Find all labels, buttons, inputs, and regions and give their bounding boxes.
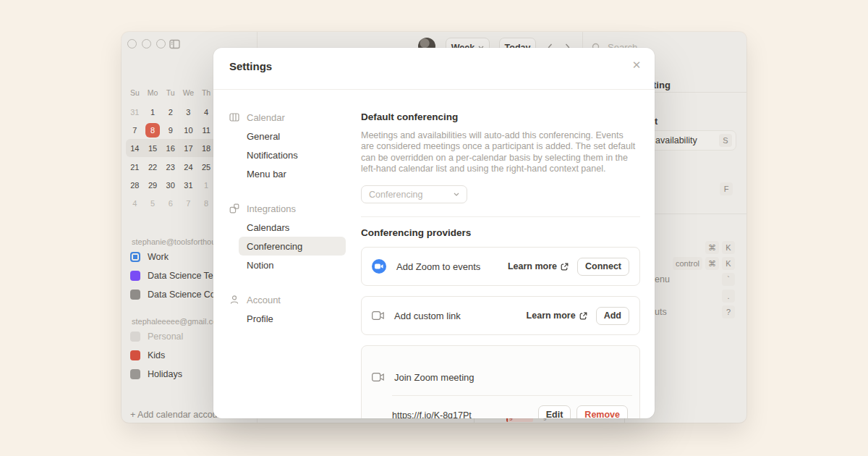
custom-link-url[interactable]: https://f.io/K-8g17Pt [392,410,472,418]
mini-calendar-date[interactable]: 1 [197,176,216,194]
zoom-icon [372,259,386,274]
close-icon[interactable]: ✕ [629,58,644,72]
mini-calendar-selected-date[interactable]: 8 [144,121,162,139]
mini-calendar-day-header: Mo [144,83,162,103]
settings-nav-notion[interactable]: Notion [239,256,346,274]
mini-calendar-date[interactable]: 2 [161,103,179,121]
calendar-name: Work [148,252,169,262]
mini-calendar-date[interactable]: 7 [126,121,144,139]
mini-calendar-day-header: Su [126,83,144,103]
calendar-name: Data Science Core [148,290,224,300]
mini-calendar-date[interactable]: 4 [197,103,216,121]
calendar-name: Personal [148,332,183,342]
settings-section-label: Integrations [247,203,296,214]
remove-button[interactable]: Remove [576,405,628,418]
default-conferencing-description: Meetings and availabilities will auto-ad… [361,130,637,174]
mini-calendar-date[interactable]: 11 [197,121,216,139]
mini-calendar-date[interactable]: 10 [179,121,197,139]
shortcut-label-fragment: uts [655,307,667,317]
content-divider [361,216,640,217]
settings-nav-calendars[interactable]: Calendars [239,218,346,237]
integrations-icon [229,203,239,214]
conferencing-dropdown-placeholder: Conferencing [369,190,454,200]
mini-calendar-day-header: We [179,83,197,103]
mini-calendar-date[interactable]: 21 [126,158,144,176]
mini-calendar-date[interactable]: 16 [161,140,179,158]
provider-label: Add custom link [394,311,461,321]
edit-button[interactable]: Edit [538,405,571,418]
settings-section-label: Calendar [247,112,285,123]
mini-calendar-date[interactable]: 23 [161,158,179,176]
mini-calendar-date[interactable]: 30 [161,176,179,194]
learn-more-label: Learn more [527,311,576,321]
right-panel-label-fragment: t [655,117,658,127]
window-close-button[interactable] [127,39,137,48]
add-calendar-account-label: + Add calendar account [130,410,225,420]
learn-more-link[interactable]: Learn more [508,261,569,271]
key-badge: ⌘ [705,257,719,270]
right-panel-heading-fragment: ting [653,80,671,90]
mini-calendar-date[interactable]: 24 [179,158,197,176]
learn-more-link[interactable]: Learn more [527,311,587,321]
camera-icon [372,373,384,381]
add-calendar-account-button[interactable]: + Add calendar account [130,405,225,424]
mini-calendar-date[interactable]: 31 [179,176,197,194]
mini-calendar-date[interactable]: 5 [144,194,162,212]
mini-calendar-date[interactable]: 4 [126,194,144,212]
key-badge: ⌘ [705,241,719,254]
mini-calendar-date[interactable]: 29 [144,176,162,194]
account-icon [229,295,239,305]
mini-calendar-date[interactable]: 14 [126,140,144,158]
settings-nav-notifications[interactable]: Notifications [239,145,346,164]
mini-calendar-date[interactable]: 28 [126,176,144,194]
settings-nav-general[interactable]: General [239,127,346,145]
calendar-name: Holidays [148,369,182,379]
calendar-color-swatch [130,350,140,360]
window-zoom-button[interactable] [156,39,166,48]
key-badge: ? [722,305,735,318]
mini-calendar-date[interactable]: 25 [197,158,216,176]
section-title-providers: Conferencing providers [361,227,471,238]
f-key-badge: F [720,182,733,195]
mini-calendar-date[interactable]: 31 [126,103,144,121]
settings-section-label: Account [247,295,281,305]
calendar-color-swatch [130,290,140,300]
mini-calendar-day-header: Tu [161,83,179,103]
settings-section-account: Account [229,290,346,309]
mini-calendar-date[interactable]: 3 [179,103,197,121]
mini-calendar-date[interactable]: 15 [144,140,162,158]
external-link-icon [561,263,569,271]
mini-calendar-day-header: Th [197,83,216,103]
provider-label: Add Zoom to events [396,261,480,272]
section-gap [229,183,346,199]
mini-calendar-date[interactable]: 18 [197,140,216,158]
calendar-color-swatch [130,369,140,379]
provider-card-zoom: Add Zoom to events Learn more Connect [361,247,640,286]
settings-nav-profile[interactable]: Profile [239,309,346,328]
provider-card-custom-link: Add custom link Learn more Add [361,296,640,335]
calendar-name: Kids [148,350,165,360]
sidebar-toggle-icon[interactable] [169,39,180,52]
mini-calendar-date[interactable]: 1 [144,103,162,121]
mini-calendar-date[interactable]: 7 [179,194,197,212]
settings-nav-conferencing[interactable]: Conferencing [239,237,346,256]
card-divider [392,395,632,396]
connect-button[interactable]: Connect [577,258,629,276]
mini-calendar-date[interactable]: 6 [161,194,179,212]
settings-nav-menu-bar[interactable]: Menu bar [239,164,346,183]
settings-modal: Settings ✕ CalendarGeneralNotificationsM… [213,48,655,418]
calendar-icon [229,112,239,122]
availability-key-badge: S [719,134,732,147]
mini-calendar-date[interactable]: 22 [144,158,162,176]
mini-calendar-date[interactable]: 8 [197,194,216,212]
modal-title: Settings [229,60,272,72]
mini-calendar-date[interactable]: 17 [179,140,197,158]
mini-calendar-date[interactable]: 9 [161,121,179,139]
window-minimize-button[interactable] [142,39,151,48]
calendar-color-swatch [130,252,140,262]
key-badge: K [722,241,735,254]
desktop-background: Week Today Search SuMoTuWeTh311234789101… [0,0,868,456]
add-button[interactable]: Add [596,307,629,325]
modal-header-divider [213,89,655,90]
conferencing-dropdown[interactable]: Conferencing [361,185,467,203]
